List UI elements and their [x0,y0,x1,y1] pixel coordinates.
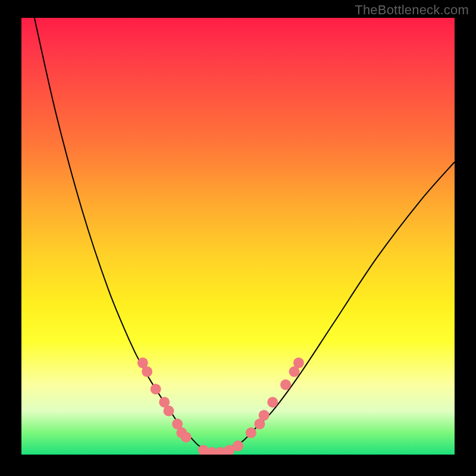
marker-point [246,427,256,438]
marker-point [233,440,243,451]
plot-area [21,18,455,455]
marker-point [259,410,270,421]
marker-point [142,367,152,377]
chart-frame: TheBottleneck.com [0,0,476,476]
marker-point [151,384,161,394]
marker-point [293,358,304,368]
curve-left-branch [35,18,217,455]
marker-point [164,406,174,416]
bottleneck-curve [35,18,455,455]
marker-point [181,432,192,443]
curve-layer [21,18,455,455]
marker-point [267,397,278,408]
curve-right-branch [217,162,455,455]
marker-point [280,380,291,390]
watermark-text: TheBottleneck.com [355,2,469,18]
marker-group [137,358,304,455]
